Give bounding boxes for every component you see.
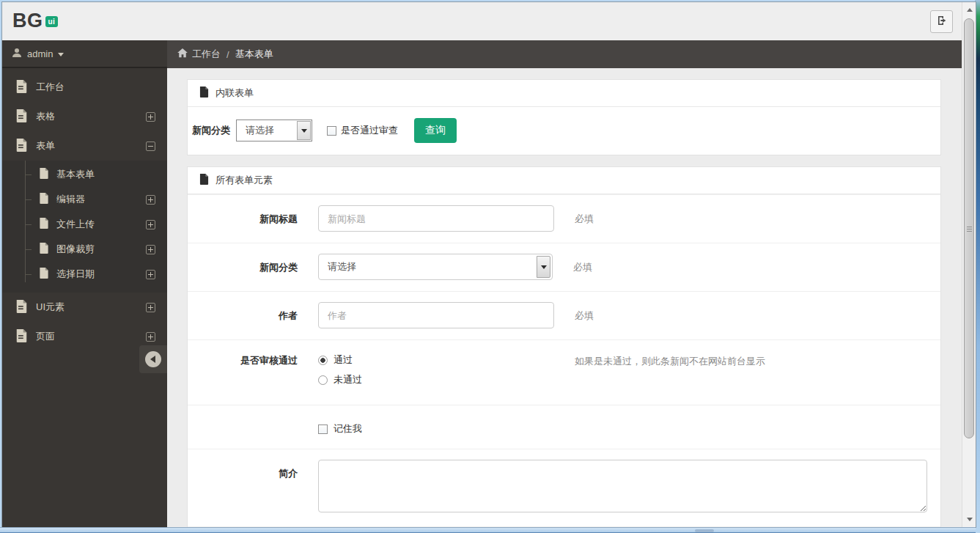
panel-title: 内联表单	[215, 87, 254, 100]
news-category-label: 新闻分类	[188, 254, 298, 280]
file-icon	[15, 109, 36, 125]
author-label: 作者	[188, 302, 298, 328]
required-badge: 必填	[575, 302, 594, 328]
pass-radio-label: 通过	[334, 353, 353, 367]
scrollbar-down-arrow[interactable]	[963, 513, 976, 526]
form-row-news-title: 新闻标题 必填	[188, 194, 940, 243]
inline-form-panel: 内联表单 新闻分类 请选择 是否通过审查 查询	[187, 79, 941, 155]
sidebar-subitem-image-crop[interactable]: 图像裁剪	[2, 237, 167, 262]
sidebar-item-tables[interactable]: 表格	[2, 102, 167, 131]
chevron-down-icon	[58, 53, 64, 56]
main-area: admin 工作台 表格 表单	[2, 40, 962, 527]
forms-submenu: 基本表单 编辑器 文件上传	[2, 161, 167, 293]
user-name: admin	[27, 48, 53, 59]
user-dropdown[interactable]: admin	[2, 40, 167, 68]
chevron-down-icon	[541, 265, 547, 269]
sidebar-subitem-date-picker[interactable]: 选择日期	[2, 262, 167, 287]
review-help-text: 如果是未通过，则此条新闻不在网站前台显示	[575, 350, 765, 394]
all-form-elements-panel: 所有表单元素 新闻标题 必填 新闻分类 请选择	[187, 166, 941, 527]
select-dropdown-button[interactable]	[537, 256, 550, 278]
breadcrumb-separator: /	[226, 49, 229, 60]
empty-label	[188, 417, 298, 435]
remember-me-label: 记住我	[334, 422, 362, 435]
logo-text: BG	[12, 10, 43, 32]
app-window: BGui admin	[2, 2, 976, 527]
news-title-input[interactable]	[318, 205, 554, 232]
sidebar-subitem-label: 图像裁剪	[56, 243, 146, 256]
file-icon	[199, 174, 215, 187]
search-button[interactable]: 查询	[414, 118, 457, 143]
breadcrumb-home[interactable]: 工作台	[192, 48, 221, 61]
form-row-review-status: 是否审核通过 通过 未通过	[188, 339, 940, 405]
breadcrumb-current: 基本表单	[235, 48, 273, 61]
pass-radio[interactable]	[318, 356, 328, 365]
expand-plus-icon[interactable]	[146, 270, 155, 279]
sidebar-item-ui-elements[interactable]: UI元素	[2, 293, 167, 322]
file-icon	[15, 329, 36, 345]
news-category-select[interactable]: 请选择	[236, 120, 312, 141]
logout-button[interactable]	[930, 10, 953, 33]
file-icon	[39, 193, 56, 206]
radio-option-pass[interactable]: 通过	[318, 353, 554, 367]
sidebar-subitem-label: 编辑器	[56, 193, 146, 206]
expand-plus-icon[interactable]	[146, 332, 155, 342]
sidebar-item-label: UI元素	[36, 301, 146, 314]
expand-plus-icon[interactable]	[146, 112, 155, 122]
select-dropdown-button[interactable]	[297, 121, 311, 140]
file-icon	[39, 218, 56, 231]
sidebar-subitem-file-upload[interactable]: 文件上传	[2, 212, 167, 237]
file-icon	[39, 243, 56, 256]
intro-label: 简介	[188, 460, 298, 515]
radio-option-fail[interactable]: 未通过	[318, 373, 554, 386]
file-icon	[39, 168, 56, 181]
collapse-minus-icon[interactable]	[146, 141, 155, 151]
scrollbar-thumb[interactable]	[964, 18, 974, 438]
file-icon	[15, 300, 36, 315]
triangle-down-icon	[967, 518, 973, 521]
all-form-elements-panel-header: 所有表单元素	[188, 167, 940, 194]
form-row-news-category: 新闻分类 请选择 必填	[188, 243, 940, 291]
author-input[interactable]	[318, 302, 554, 328]
arrow-left-circle-icon	[145, 351, 161, 367]
sidebar-item-label: 工作台	[36, 81, 155, 94]
sidebar-subitem-basic-form[interactable]: 基本表单	[2, 162, 167, 187]
sidebar-item-workbench[interactable]: 工作台	[2, 73, 167, 102]
user-icon	[12, 48, 27, 60]
expand-plus-icon[interactable]	[146, 195, 155, 205]
remember-me-checkbox[interactable]	[318, 424, 328, 434]
desktop-background-sliver	[975, 0, 980, 533]
review-pass-checkbox-label: 是否通过审查	[341, 124, 398, 137]
sidebar-item-forms[interactable]: 表单	[2, 131, 167, 161]
window-resize-handle[interactable]	[695, 529, 714, 532]
expand-plus-icon[interactable]	[146, 220, 155, 229]
select-value: 请选择	[328, 260, 356, 273]
sidebar-subitem-editor[interactable]: 编辑器	[2, 187, 167, 212]
category-label: 新闻分类	[192, 124, 230, 137]
review-status-label: 是否审核通过	[188, 350, 298, 394]
sidebar-subitem-label: 基本表单	[56, 168, 155, 181]
file-icon	[15, 80, 36, 95]
remember-me-option[interactable]: 记住我	[318, 417, 362, 435]
fail-radio-label: 未通过	[334, 373, 362, 386]
file-icon	[39, 268, 56, 281]
review-pass-checkbox[interactable]	[327, 126, 336, 136]
scrollbar-up-arrow[interactable]	[963, 4, 976, 16]
expand-plus-icon[interactable]	[146, 245, 155, 254]
logout-icon	[936, 15, 948, 29]
screen: BGui admin	[0, 0, 980, 533]
expand-plus-icon[interactable]	[146, 303, 155, 312]
inline-form-body: 新闻分类 请选择 是否通过审查 查询	[188, 107, 940, 155]
app-logo: BGui	[12, 10, 58, 32]
news-category-select-large[interactable]: 请选择	[318, 254, 553, 280]
chevron-down-icon	[301, 129, 307, 133]
sidebar: admin 工作台 表格 表单	[2, 40, 167, 527]
fail-radio[interactable]	[318, 375, 328, 385]
sidebar-menu: 工作台 表格 表单 基本表单	[2, 68, 167, 351]
logo-ui-badge: ui	[45, 16, 59, 27]
intro-textarea[interactable]	[318, 460, 927, 512]
file-icon	[15, 139, 36, 154]
vertical-scrollbar[interactable]	[962, 2, 976, 527]
breadcrumb: 工作台 / 基本表单	[167, 40, 962, 68]
window-bottom-border	[0, 527, 976, 533]
sidebar-collapse-button[interactable]	[139, 345, 167, 373]
